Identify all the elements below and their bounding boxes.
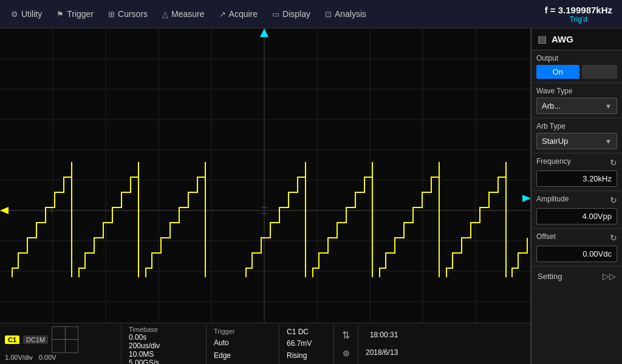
- svg-marker-24: [0, 207, 9, 214]
- amplitude-section: Amplitude ↻ 4.00Vpp: [531, 191, 622, 229]
- time-value: 18:00:31: [366, 331, 398, 339]
- acquire-icon: ↗: [219, 10, 226, 19]
- freq-value: f = 3.199987kHz: [545, 5, 612, 15]
- scope-area: C1 DC1M 1.00V/div 0.00V Timebase 0.00s 2…: [0, 29, 531, 364]
- status-bar: C1 DC1M 1.00V/div 0.00V Timebase 0.00s 2…: [0, 323, 530, 364]
- timebase-status-panel: Timebase 0.00s 200us/div 10.0MS 5.00GS/s: [121, 323, 207, 364]
- offset-label: Offset: [536, 232, 556, 241]
- frequency-section: Frequency ↻ 3.20kHz: [531, 153, 622, 191]
- wave-type-section: Wave Type Arb... ▼: [531, 83, 622, 118]
- date-value: 2018/6/13: [366, 348, 398, 357]
- svg-marker-23: [522, 195, 530, 202]
- trig-status: Trig'd: [545, 15, 612, 24]
- output-section: Output On: [531, 50, 622, 83]
- arb-type-arrow: ▼: [605, 138, 612, 145]
- freq-refresh-icon[interactable]: ↻: [610, 158, 617, 167]
- measure-icon: △: [162, 10, 168, 19]
- ch1-crosshair-box: [52, 326, 78, 353]
- cursors-icon: ⊞: [108, 10, 115, 19]
- ch1-offset: 0.00V: [39, 354, 56, 361]
- frequency-display: f = 3.199987kHz Trig'd: [545, 5, 612, 24]
- ch1-header: C1 DC1M: [5, 326, 116, 353]
- setting-row[interactable]: Setting ▷▷: [531, 266, 622, 286]
- main-area: C1 DC1M 1.00V/div 0.00V Timebase 0.00s 2…: [0, 29, 622, 364]
- awg-title: AWG: [552, 34, 573, 44]
- trig-source: C1 DC: [287, 328, 326, 336]
- amplitude-value[interactable]: 4.00Vpp: [536, 208, 617, 224]
- icons-status-panel: ⇅ ⊛: [334, 323, 358, 364]
- awg-icon: ▤: [538, 33, 547, 45]
- coupling-status-panel: C1 DC 66.7mV Rising: [279, 323, 334, 364]
- time-status-panel: 18:00:31 2018/6/13: [358, 323, 405, 364]
- svg-marker-22: [260, 29, 268, 37]
- time-offset: 0.00s: [129, 333, 199, 342]
- freq-label-row: Frequency ↻: [536, 157, 617, 168]
- sample-rate: 5.00GS/s: [129, 359, 199, 364]
- trigger-icon: ⚑: [56, 10, 64, 19]
- awg-panel: ▤ AWG Output On Wave Type Arb... ▼ Arb T…: [531, 29, 622, 364]
- menu-measure[interactable]: △ Measure: [155, 7, 211, 21]
- menu-analysis[interactable]: ⊡ Analysis: [318, 7, 374, 21]
- menu-trigger[interactable]: ⚑ Trigger: [49, 7, 101, 21]
- output-on-button[interactable]: On: [536, 65, 579, 79]
- display-icon: ▭: [272, 10, 279, 19]
- menu-acquire[interactable]: ↗ Acquire: [212, 7, 265, 21]
- sample-points: 10.0MS: [129, 350, 199, 359]
- trigger-label: Trigger: [214, 328, 272, 335]
- wave-type-dropdown[interactable]: Arb... ▼: [536, 98, 617, 114]
- arb-type-label: Arb Type: [536, 122, 617, 130]
- output-label: Output: [536, 54, 617, 62]
- setting-label: Setting: [538, 272, 562, 281]
- trig-mode: Auto: [214, 339, 272, 347]
- arb-type-value: StairUp: [542, 136, 568, 146]
- menu-display[interactable]: ▭ Display: [265, 7, 318, 21]
- trigger-status-panel: Trigger Auto Edge: [207, 323, 279, 364]
- wave-type-arrow: ▼: [605, 103, 612, 110]
- settings-icon2: ⊛: [343, 348, 350, 358]
- crosshair-v: [65, 327, 66, 352]
- timebase-label: Timebase: [129, 326, 199, 333]
- amp-label-row: Amplitude ↻: [536, 195, 617, 206]
- trig-slope: Rising: [287, 351, 326, 360]
- wave-type-value: Arb...: [542, 101, 561, 110]
- trig-level: 66.7mV: [287, 339, 326, 348]
- analysis-icon: ⊡: [325, 10, 332, 19]
- frequency-label: Frequency: [536, 157, 571, 166]
- offset-refresh-icon[interactable]: ↻: [610, 233, 617, 243]
- offset-label-row: Offset ↻: [536, 232, 617, 243]
- ch1-status-panel: C1 DC1M 1.00V/div 0.00V: [0, 323, 121, 364]
- setting-arrows-icon: ▷▷: [603, 271, 616, 281]
- menu-cursors[interactable]: ⊞ Cursors: [101, 7, 155, 21]
- time-div: 200us/div: [129, 342, 199, 350]
- coupling-badge: DC1M: [23, 335, 48, 344]
- usb-icon: ⇅: [342, 329, 350, 341]
- offset-value[interactable]: 0.00Vdc: [536, 246, 617, 262]
- awg-header: ▤ AWG: [531, 29, 622, 50]
- amp-refresh-icon[interactable]: ↻: [610, 195, 617, 205]
- output-toggle-row: On: [536, 65, 617, 79]
- vdiv-value: 1.00V/div: [5, 354, 33, 361]
- menu-bar: ⚙ Utility ⚑ Trigger ⊞ Cursors △ Measure …: [0, 0, 622, 29]
- scope-canvas: [0, 29, 530, 323]
- arb-type-dropdown[interactable]: StairUp ▼: [536, 133, 617, 149]
- frequency-value[interactable]: 3.20kHz: [536, 170, 617, 187]
- wave-type-label: Wave Type: [536, 87, 617, 95]
- utility-icon: ⚙: [11, 10, 18, 19]
- scope-grid: [0, 29, 530, 323]
- trig-type: Edge: [214, 351, 272, 360]
- menu-utility[interactable]: ⚙ Utility: [4, 7, 49, 21]
- amplitude-label: Amplitude: [536, 195, 569, 203]
- arb-type-section: Arb Type StairUp ▼: [531, 118, 622, 153]
- ch1-badge: C1: [5, 335, 19, 344]
- offset-section: Offset ↻ 0.00Vdc: [531, 229, 622, 266]
- output-off-button[interactable]: [582, 65, 618, 79]
